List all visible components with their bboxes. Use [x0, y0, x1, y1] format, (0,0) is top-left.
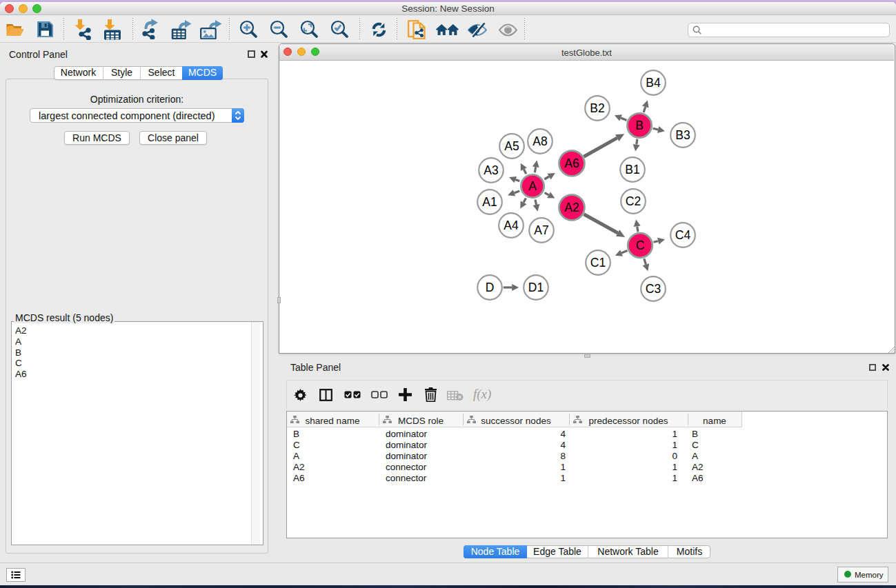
- svg-text:C3: C3: [646, 282, 661, 296]
- svg-text:B: B: [635, 119, 644, 132]
- svg-text:C: C: [636, 239, 645, 252]
- svg-text:A2: A2: [564, 201, 579, 214]
- svg-text:B2: B2: [590, 101, 604, 115]
- svg-text:A4: A4: [504, 219, 519, 232]
- svg-text:A5: A5: [504, 139, 519, 153]
- svg-text:A7: A7: [534, 223, 548, 237]
- svg-text:A6: A6: [564, 156, 579, 170]
- svg-text:C4: C4: [675, 228, 691, 242]
- svg-text:B4: B4: [646, 76, 661, 90]
- svg-text:B1: B1: [625, 163, 639, 176]
- svg-text:C2: C2: [626, 194, 641, 208]
- svg-text:A8: A8: [532, 134, 547, 148]
- svg-text:A1: A1: [482, 195, 497, 209]
- svg-text:B3: B3: [675, 128, 690, 142]
- svg-text:C1: C1: [590, 256, 606, 270]
- svg-text:D: D: [486, 281, 495, 294]
- svg-text:A3: A3: [484, 163, 498, 177]
- svg-text:D1: D1: [528, 281, 544, 294]
- svg-text:A: A: [528, 179, 537, 193]
